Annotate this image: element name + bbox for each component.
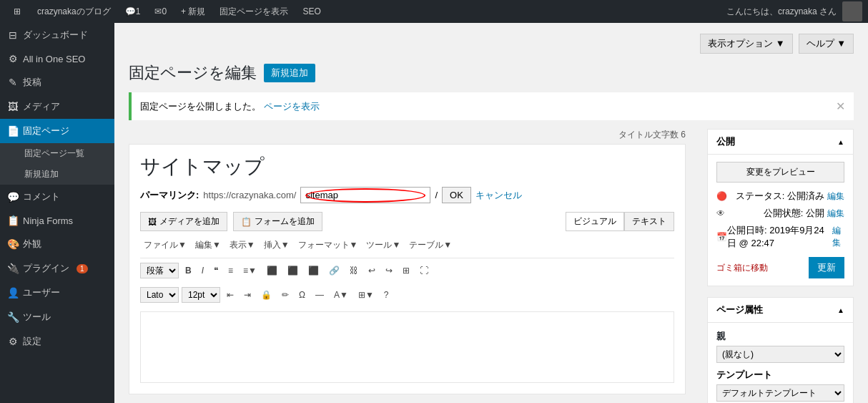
sidebar-item-media[interactable]: 🖼 メディア: [0, 94, 114, 119]
sidebar-item-label: 投稿: [23, 76, 41, 89]
format-table[interactable]: テーブル▼: [405, 237, 455, 253]
sidebar-item-plugins[interactable]: 🔌 プラグイン 1: [0, 256, 114, 281]
visibility-value: 公開状態: 公開 編集: [764, 207, 844, 220]
text-tab[interactable]: テキスト: [624, 212, 674, 231]
sidebar-item-comments[interactable]: 💬 コメント: [0, 185, 114, 209]
sidebar-item-dashboard[interactable]: ⊟ ダッシュボード: [0, 23, 114, 47]
right-sidebar: 公開 ▲ 変更をプレビュー 🔴 ステータス: 公開済み 編集: [696, 129, 854, 403]
table-btn[interactable]: ⊞▼: [355, 288, 378, 302]
trash-link[interactable]: ゴミ箱に移動: [716, 262, 768, 274]
site-name[interactable]: crazynakaのブログ: [31, 0, 117, 23]
message-count[interactable]: ✉ 0: [149, 0, 172, 23]
page-attributes-chevron[interactable]: ▲: [837, 306, 844, 314]
display-options-button[interactable]: 表示オプション ▼: [700, 34, 792, 54]
notice-close-button[interactable]: ✕: [836, 99, 845, 113]
help-btn-editor[interactable]: ?: [380, 288, 393, 302]
format-format[interactable]: フォーマット▼: [295, 237, 362, 253]
visual-tab[interactable]: ビジュアル: [566, 212, 624, 231]
preview-button[interactable]: 変更をプレビュー: [716, 162, 844, 183]
publish-chevron[interactable]: ▲: [837, 138, 844, 146]
permalink-input-wrapper: [300, 187, 430, 203]
sidebar-item-label: ダッシュボード: [23, 29, 88, 42]
users-icon: 👤: [7, 287, 19, 298]
sidebar-item-posts[interactable]: ✎ 投稿: [0, 70, 114, 94]
sidebar-item-tools[interactable]: 🔧 ツール: [0, 305, 114, 329]
date-edit-link[interactable]: 編集: [832, 225, 844, 249]
font-color-btn[interactable]: A▼: [330, 288, 352, 302]
page-attributes-body: 親 (親なし) テンプレート デフォルトテンプレート: [708, 323, 853, 403]
parent-select[interactable]: (親なし): [716, 346, 844, 363]
sidebar-item-label: 設定: [23, 335, 41, 348]
update-button[interactable]: 更新: [809, 257, 844, 278]
sidebar-item-settings[interactable]: ⚙ 設定: [0, 329, 114, 354]
appearance-icon: 🎨: [7, 238, 19, 250]
indent-increase[interactable]: ⇥: [240, 288, 255, 302]
post-title-input[interactable]: [140, 155, 674, 178]
wp-logo[interactable]: ⊞: [6, 0, 29, 23]
sidebar-item-ninja-forms[interactable]: 📋 Ninja Forms: [0, 209, 114, 232]
blockquote-button[interactable]: ❝: [210, 263, 222, 278]
editor-body[interactable]: [140, 311, 674, 383]
unlink-button[interactable]: ⛓: [346, 263, 362, 278]
font-select[interactable]: Lato: [140, 287, 179, 303]
sidebar-pages-new-label: 新規追加: [24, 168, 59, 180]
wp-button[interactable]: ⊞: [399, 263, 413, 278]
format-file[interactable]: ファイル▼: [140, 237, 190, 253]
paragraph-select[interactable]: 段落: [140, 263, 179, 278]
permalink-slug-input[interactable]: [300, 187, 430, 203]
page-header: 固定ページを編集 新規追加: [129, 62, 854, 84]
status-label: ステータス: 公開済み: [736, 190, 824, 203]
format-view[interactable]: 表示▼: [226, 237, 259, 253]
sidebar-item-pages-list[interactable]: 固定ページ一覧: [17, 143, 114, 164]
template-label: テンプレート: [716, 369, 772, 380]
editor-container: パーマリンク: https://crazynaka.com/ / OK キャンセ…: [129, 144, 686, 394]
help-button[interactable]: ヘルプ ▼: [799, 34, 854, 54]
view-page[interactable]: 固定ページを表示: [214, 0, 294, 23]
italic-button[interactable]: I: [198, 263, 207, 278]
comment-count[interactable]: 💬 1: [119, 0, 147, 23]
permalink-ok-button[interactable]: OK: [442, 187, 471, 203]
sidebar-item-pages-new[interactable]: 新規追加: [17, 164, 114, 185]
template-select[interactable]: デフォルトテンプレート: [716, 384, 844, 402]
fullscreen-button[interactable]: ⛶: [416, 263, 432, 278]
seo-menu[interactable]: SEO: [297, 0, 326, 23]
pencil-btn[interactable]: ✏: [278, 288, 292, 302]
ol-button[interactable]: ≡▼: [240, 263, 260, 278]
sidebar-item-appearance[interactable]: 🎨 外観: [0, 232, 114, 256]
status-edit-link[interactable]: 編集: [827, 190, 844, 203]
sidebar-item-label: Ninja Forms: [23, 215, 73, 226]
sidebar-item-label: ユーザー: [23, 286, 60, 299]
add-media-button[interactable]: 🖼 メディアを追加: [140, 212, 227, 231]
align-right[interactable]: ⬛: [305, 263, 322, 278]
sidebar: ⊟ ダッシュボード ⚙ All in One SEO ✎ 投稿 🖼 メディア 📄…: [0, 23, 114, 403]
align-center[interactable]: ⬛: [284, 263, 302, 278]
bold-button[interactable]: B: [182, 263, 195, 278]
lock-icon-btn[interactable]: 🔒: [257, 288, 275, 302]
format-insert[interactable]: 挿入▼: [260, 237, 293, 253]
format-edit[interactable]: 編集▼: [192, 237, 225, 253]
redo-button[interactable]: ↪: [382, 263, 396, 278]
add-form-button[interactable]: 📋 フォームを追加: [233, 212, 322, 231]
publish-box: 公開 ▲ 変更をプレビュー 🔴 ステータス: 公開済み 編集: [707, 129, 854, 286]
omega-btn[interactable]: Ω: [295, 288, 309, 302]
ul-button[interactable]: ≡: [225, 263, 237, 278]
notice-view-link[interactable]: ページを表示: [264, 101, 320, 112]
align-left[interactable]: ⬛: [263, 263, 281, 278]
hr-btn[interactable]: —: [312, 288, 327, 302]
new-page-button[interactable]: 新規追加: [264, 64, 315, 82]
fontsize-select[interactable]: 12pt: [182, 287, 220, 303]
comments-icon: 💬: [7, 191, 19, 203]
new-item[interactable]: + 新規: [175, 0, 211, 23]
sidebar-item-label: コメント: [23, 190, 60, 203]
undo-button[interactable]: ↩: [365, 263, 379, 278]
format-tools[interactable]: ツール▼: [363, 237, 404, 253]
parent-label: 親: [716, 331, 726, 341]
permalink-cancel-link[interactable]: キャンセル: [475, 189, 522, 202]
indent-decrease[interactable]: ⇤: [223, 288, 237, 302]
media-icon: 🖼: [7, 101, 19, 112]
link-button[interactable]: 🔗: [325, 263, 343, 278]
sidebar-item-allinone[interactable]: ⚙ All in One SEO: [0, 47, 114, 70]
sidebar-item-users[interactable]: 👤 ユーザー: [0, 281, 114, 305]
sidebar-item-pages[interactable]: 📄 固定ページ: [0, 119, 114, 143]
visibility-edit-link[interactable]: 編集: [827, 208, 844, 220]
